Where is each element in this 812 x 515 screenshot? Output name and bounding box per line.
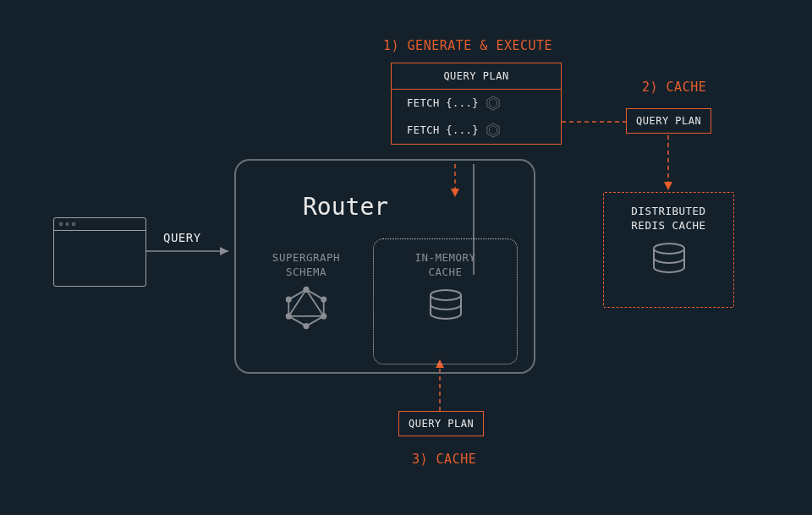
svg-marker-1 <box>220 247 228 255</box>
supergraph-line2: SCHEMA <box>255 266 357 278</box>
fetch-row: FETCH {...} <box>392 117 561 144</box>
query-plan-box: QUERY PLAN FETCH {...} FETCH {...} <box>391 63 562 145</box>
svg-point-17 <box>303 323 309 329</box>
window-dot <box>59 222 63 226</box>
redis-line1: DISTRIBUTED <box>604 205 733 217</box>
step-3-label: 3) CACHE <box>412 452 476 467</box>
svg-point-18 <box>286 313 292 319</box>
step-1-label: 1) GENERATE & EXECUTE <box>383 38 552 53</box>
window-titlebar <box>54 218 145 231</box>
redis-cache-box: DISTRIBUTED REDIS CACHE <box>603 192 734 308</box>
svg-line-12 <box>306 289 324 316</box>
svg-line-11 <box>288 289 306 316</box>
graphql-hex-icon <box>486 123 501 138</box>
graphql-hex-icon <box>486 96 501 111</box>
step-2-label: 2) CACHE <box>642 79 706 95</box>
query-plan-header: QUERY PLAN <box>392 63 561 90</box>
inmemory-cache-box: IN-MEMORY CACHE <box>373 238 518 364</box>
query-label: QUERY <box>163 231 201 244</box>
fetch-row: FETCH {...} <box>392 90 561 117</box>
svg-point-20 <box>431 290 461 300</box>
supergraph-block: SUPERGRAPH SCHEMA <box>255 251 357 334</box>
inmemory-line2: CACHE <box>374 266 517 278</box>
router-title: Router <box>303 193 388 221</box>
supergraph-line1: SUPERGRAPH <box>255 251 357 264</box>
svg-point-14 <box>303 287 309 293</box>
query-plan-tag-remote: QUERY PLAN <box>626 108 711 134</box>
redis-line2: REDIS CACHE <box>604 219 733 232</box>
database-icon <box>649 242 689 276</box>
svg-point-15 <box>321 297 326 303</box>
query-plan-tag-local: QUERY PLAN <box>398 411 484 436</box>
svg-point-25 <box>654 244 684 254</box>
svg-marker-5 <box>664 182 672 190</box>
svg-point-19 <box>286 297 292 303</box>
window-dot <box>72 222 75 226</box>
svg-point-16 <box>321 313 326 319</box>
graph-icon <box>283 285 329 331</box>
window-dot <box>66 222 69 226</box>
fetch-label: FETCH {...} <box>407 124 479 136</box>
fetch-label: FETCH {...} <box>407 97 479 109</box>
inmemory-line1: IN-MEMORY <box>374 251 517 264</box>
database-icon <box>425 288 466 322</box>
svg-marker-22 <box>489 99 497 108</box>
svg-marker-24 <box>489 126 497 135</box>
client-window <box>53 217 146 287</box>
